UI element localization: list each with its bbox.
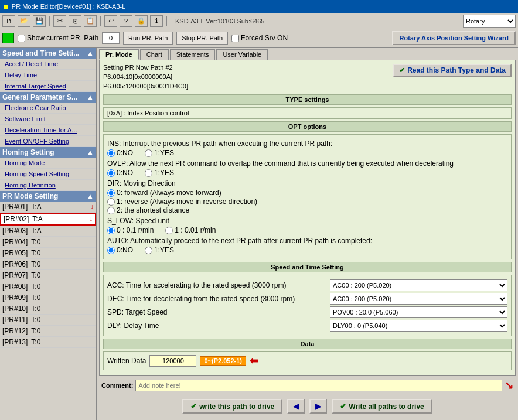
pr05-item[interactable]: [PR#05] T:0: [0, 248, 96, 259]
written-data-label: Written Data: [107, 357, 146, 365]
pr06-type: T:0: [31, 260, 40, 268]
ins-0-label[interactable]: 0:NO: [107, 149, 133, 157]
homing-speed-item[interactable]: Homing Speed Setting: [0, 169, 96, 180]
auto-0-label[interactable]: 0:NO: [107, 246, 133, 254]
pr11-item[interactable]: [PR#11] T:0: [0, 315, 96, 326]
pr-collapse-icon[interactable]: ▲: [87, 192, 94, 200]
general-param-header: General Parameter S... ▲: [0, 92, 96, 103]
homing-collapse-icon[interactable]: ▲: [87, 148, 94, 156]
stop-pr-btn[interactable]: Stop PR. Path: [176, 32, 228, 45]
ovlp-0-radio[interactable]: [107, 169, 115, 177]
pr10-item[interactable]: [PR#10] T:0: [0, 303, 96, 315]
spd-select[interactable]: POV00 : 20.0 (P5.060): [330, 306, 507, 318]
pr01-item[interactable]: [PR#01] T:A ↓: [0, 202, 96, 213]
pr07-item[interactable]: [PR#07] T:0: [0, 270, 96, 281]
right-panel: Pr. Mode Chart Statements User Variable …: [97, 48, 518, 420]
show-pr-checkbox[interactable]: [18, 35, 25, 42]
opt-options-area: INS: Interrupt the previous PR path when…: [103, 134, 512, 259]
homing-mode-item[interactable]: Homing Mode: [0, 158, 96, 169]
ovlp-1-radio[interactable]: [145, 169, 152, 177]
rotary-select[interactable]: Rotary Linear: [463, 15, 516, 28]
delay-time-item[interactable]: Delay Time: [0, 70, 96, 81]
paste-btn[interactable]: 📋: [84, 15, 97, 27]
pr06-item[interactable]: [PR#06] T:0: [0, 259, 96, 270]
slow-0-radio[interactable]: [107, 227, 115, 234]
pr03-item[interactable]: [PR#03] T:A: [0, 226, 96, 237]
speed-time-setting-header: Speed and Time Setting: [103, 262, 512, 272]
decel-time-item[interactable]: Deceleration Time for A...: [0, 125, 96, 136]
pr07-label: [PR#07]: [2, 271, 28, 279]
general-collapse-icon[interactable]: ▲: [87, 93, 94, 101]
ins-1-radio[interactable]: [145, 149, 152, 157]
write-all-btn[interactable]: ✔ Write all paths to drive: [332, 399, 432, 414]
collapse-icon[interactable]: ▲: [87, 49, 94, 57]
copy-btn[interactable]: ⎘: [69, 15, 81, 27]
tab-pr-mode[interactable]: Pr. Mode: [99, 49, 139, 60]
device-label: KSD-A3-L Ver:10103 Sub:6465: [175, 18, 264, 25]
dly-select[interactable]: DLY00 : 0 (P5.040): [330, 320, 507, 332]
tab-chart[interactable]: Chart: [140, 49, 169, 60]
auto-1-label[interactable]: 1:YES: [145, 246, 174, 254]
type-settings-value: [0xA] : Index Position control: [103, 107, 512, 119]
data-range-label: 0~(P2.052-1): [200, 356, 246, 366]
pr13-type: T:0: [31, 338, 40, 346]
auto-1-radio[interactable]: [145, 247, 152, 254]
pr08-item[interactable]: [PR#08] T:0: [0, 281, 96, 292]
dir-0-label[interactable]: 0: forward (Always move forward): [107, 189, 507, 197]
info-btn[interactable]: ℹ: [150, 15, 163, 27]
speed-time-section: ACC: Time for accelerating to the rated …: [103, 275, 512, 336]
prev-path-btn[interactable]: ◀: [287, 399, 305, 414]
electronic-gear-item[interactable]: Electronic Gear Ratio: [0, 103, 96, 114]
dir-2-radio[interactable]: [107, 207, 115, 214]
setting-line3: P6.005:120000[0x0001D4C0]: [103, 83, 512, 90]
ovlp-1-label[interactable]: 1:YES: [145, 169, 174, 177]
rotary-wizard-btn[interactable]: Rotary Axis Position Setting Wizard: [392, 31, 516, 45]
ins-1-label[interactable]: 1:YES: [145, 149, 174, 157]
comment-input[interactable]: [135, 380, 502, 391]
write-path-btn[interactable]: ✔ write this path to drive: [182, 399, 282, 414]
next-path-btn[interactable]: ▶: [309, 399, 327, 414]
run-pr-btn[interactable]: Run PR. Path: [123, 32, 173, 45]
dir-2-label[interactable]: 2: the shortest distance: [107, 206, 507, 214]
pr-number-input[interactable]: 0: [102, 32, 120, 44]
event-onoff-item[interactable]: Event ON/OFF Setting: [0, 136, 96, 147]
internal-target-speed-item[interactable]: Internal Target Speed: [0, 81, 96, 92]
pr09-item[interactable]: [PR#09] T:0: [0, 292, 96, 303]
cut-btn[interactable]: ✂: [53, 15, 66, 27]
slow-0-label[interactable]: 0 : 0.1 r/min: [107, 226, 154, 234]
dir-0-radio[interactable]: [107, 189, 115, 197]
spd-label: SPD: Target Speed: [107, 308, 330, 316]
tab-statements[interactable]: Statements: [170, 49, 216, 60]
pr02-item[interactable]: [PR#02] T:A ↓: [0, 213, 96, 226]
software-limit-item[interactable]: Software Limit: [0, 114, 96, 125]
pr12-item[interactable]: [PR#12] T:0: [0, 326, 96, 337]
new-btn[interactable]: 🗋: [2, 15, 15, 27]
dir-1-radio[interactable]: [107, 198, 115, 206]
save-btn[interactable]: 💾: [33, 15, 46, 27]
acc-select[interactable]: AC00 : 200 (P5.020): [330, 279, 507, 291]
lock-btn[interactable]: 🔒: [135, 15, 148, 27]
undo-btn[interactable]: ↩: [104, 15, 117, 27]
forced-srv-checkbox[interactable]: [231, 35, 239, 42]
bottom-bar: ✔ write this path to drive ◀ ▶ ✔ Write a…: [97, 395, 518, 417]
open-btn[interactable]: 📂: [18, 15, 30, 27]
read-btn-label: Read this Path Type and Data: [407, 66, 506, 74]
homing-def-item[interactable]: Homing Definition: [0, 180, 96, 191]
help-btn[interactable]: ?: [120, 15, 132, 27]
ins-0-radio[interactable]: [107, 149, 115, 157]
slow-1-radio[interactable]: [165, 227, 173, 234]
auto-0-radio[interactable]: [107, 247, 115, 254]
dec-select[interactable]: AC00 : 200 (P5.020): [330, 293, 507, 305]
written-data-input[interactable]: 120000: [149, 355, 196, 367]
write-all-check-icon: ✔: [340, 402, 346, 411]
ovlp-0-label[interactable]: 0:NO: [107, 169, 133, 177]
dir-row: DIR: Moving Direction 0: forward (Always…: [107, 179, 507, 214]
ovlp-label: OVLP: Allow the next PR command to overl…: [107, 159, 507, 168]
read-path-btn[interactable]: ✔ Read this Path Type and Data: [393, 64, 512, 77]
pr04-item[interactable]: [PR#04] T:0: [0, 237, 96, 248]
slow-1-label[interactable]: 1 : 0.01 r/min: [165, 226, 216, 234]
tab-user-variable[interactable]: User Variable: [216, 49, 268, 60]
pr13-item[interactable]: [PR#13] T:0: [0, 337, 96, 348]
accel-decel-item[interactable]: Accel / Decel Time: [0, 59, 96, 70]
dir-1-label[interactable]: 1: reverse (Always move in reverse direc…: [107, 197, 507, 206]
